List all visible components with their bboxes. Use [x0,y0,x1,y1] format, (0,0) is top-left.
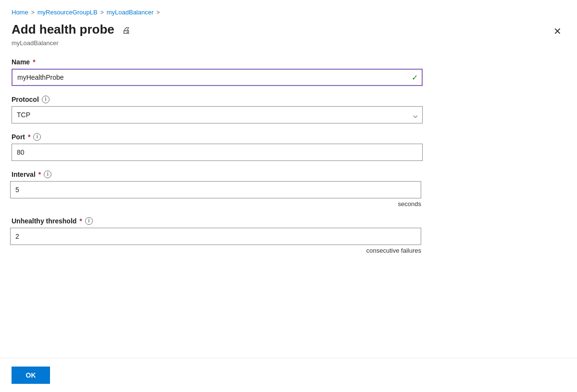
interval-input-wrapper: seconds [12,181,421,208]
protocol-select[interactable]: TCP HTTP HTTPS [12,106,423,123]
checkmark-icon: ✓ [412,73,418,82]
unhealthy-threshold-input[interactable] [10,228,421,245]
form-group-name: Name * ✓ [12,58,421,86]
interval-required-star: * [38,171,41,178]
port-required-star: * [28,133,30,141]
breadcrumb: Home > myResourceGroupLB > myLoadBalance… [0,0,577,16]
interval-info-icon[interactable]: i [44,171,51,178]
interval-label: Interval * i [12,171,421,178]
form-footer: OK [0,358,577,392]
breadcrumb-sep-2: > [100,9,104,16]
protocol-select-wrapper: TCP HTTP HTTPS ⌵ [12,106,423,123]
name-required-star: * [33,58,35,66]
interval-suffix: seconds [398,200,421,208]
header-left: Add health probe 🖨 myLoadBalancer [12,22,133,47]
breadcrumb-resource-group[interactable]: myResourceGroupLB [38,9,98,16]
name-input[interactable] [12,69,423,86]
form-group-protocol: Protocol i TCP HTTP HTTPS ⌵ [12,96,421,123]
protocol-info-icon[interactable]: i [42,96,50,103]
port-label: Port * i [12,133,421,141]
name-input-wrapper: ✓ [12,69,423,86]
print-icon: 🖨 [122,25,131,36]
unhealthy-input-wrapper: consecutive failures [12,228,421,254]
breadcrumb-sep-1: > [31,9,35,16]
page-title-row: Add health probe 🖨 [12,22,133,37]
name-label: Name * [12,58,421,66]
protocol-label: Protocol i [12,96,421,103]
unhealthy-required-star: * [79,217,82,225]
page-title: Add health probe [12,22,114,37]
ok-button[interactable]: OK [12,367,50,384]
print-button[interactable]: 🖨 [120,24,133,37]
unhealthy-suffix: consecutive failures [366,247,421,254]
port-input[interactable] [12,144,423,161]
breadcrumb-sep-3: > [156,9,160,16]
form-group-port: Port * i [12,133,421,161]
unhealthy-info-icon[interactable]: i [85,217,93,225]
unhealthy-threshold-label: Unhealthy threshold * i [12,217,421,225]
breadcrumb-load-balancer[interactable]: myLoadBalancer [107,9,154,16]
close-button[interactable]: ✕ [550,24,565,39]
port-info-icon[interactable]: i [33,133,41,141]
page-container: Home > myResourceGroupLB > myLoadBalance… [0,0,577,392]
form-group-unhealthy-threshold: Unhealthy threshold * i consecutive fail… [12,217,421,254]
breadcrumb-home[interactable]: Home [12,9,28,16]
close-icon: ✕ [553,26,562,37]
form-container: Name * ✓ Protocol i TCP HTTP HTTPS ⌵ [0,47,433,254]
form-group-interval: Interval * i seconds [12,171,421,208]
page-subtitle: myLoadBalancer [12,39,133,47]
interval-input[interactable] [10,181,421,198]
page-header: Add health probe 🖨 myLoadBalancer ✕ [0,16,577,47]
